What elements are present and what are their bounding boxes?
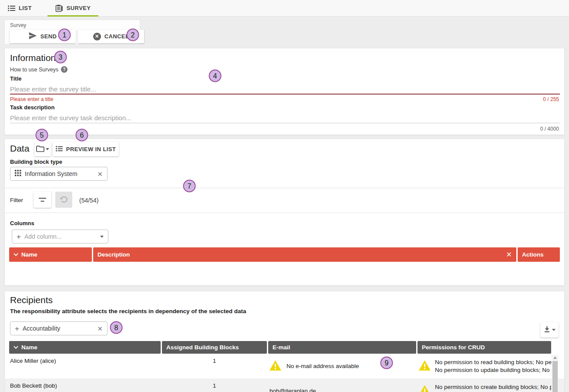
download-icon bbox=[544, 326, 550, 334]
annotation-marker-3: 3 bbox=[54, 51, 67, 64]
chevron-down-icon bbox=[46, 148, 49, 150]
cancel-icon: ✕ bbox=[93, 33, 101, 41]
remove-column-icon[interactable]: ✕ bbox=[506, 250, 512, 259]
data-table-header: Name Description ✕ Actions bbox=[5, 247, 564, 262]
sort-desc-icon bbox=[13, 346, 18, 349]
permission-line: No permission to read building blocks; N… bbox=[435, 358, 552, 366]
recipient-email: No e-mail address available bbox=[286, 363, 359, 369]
data-heading: Data bbox=[10, 143, 29, 154]
chevron-down-icon bbox=[100, 236, 104, 238]
recipient-email-cell: No e-mail address available bbox=[268, 354, 416, 378]
column-header-name-label: Name bbox=[21, 251, 37, 258]
tab-survey[interactable]: SURVEY bbox=[47, 0, 99, 16]
column-header-permissions-label: Permissions for CRUD bbox=[422, 344, 485, 351]
filter-label: Filter bbox=[10, 197, 23, 203]
recipients-table-header: Name Assigned Building Blocks E-mail Per… bbox=[5, 341, 564, 354]
tab-survey-label: SURVEY bbox=[67, 5, 91, 11]
title-counter: 0 / 255 bbox=[543, 96, 559, 102]
information-section: Information How to use Surveys ? Title P… bbox=[4, 48, 565, 135]
send-icon bbox=[29, 32, 37, 41]
column-header-permissions[interactable]: Permissions for CRUD bbox=[417, 341, 551, 354]
recipients-table-body: Alice Miller (alice) 1 No e-mail address… bbox=[5, 354, 564, 392]
title-error: Please enter a title bbox=[10, 96, 53, 102]
divider bbox=[5, 188, 564, 188]
clear-icon[interactable]: ✕ bbox=[97, 171, 103, 177]
column-header-email-label: E-mail bbox=[273, 344, 290, 351]
add-column-select[interactable]: + Add column... bbox=[12, 230, 108, 243]
add-icon: + bbox=[15, 325, 19, 332]
recipient-assigned-count: 1 bbox=[162, 378, 267, 392]
preview-in-list-button[interactable]: PREVIEW IN LIST bbox=[53, 142, 119, 156]
task-description-label: Task description bbox=[10, 104, 54, 111]
table-row[interactable]: Alice Miller (alice) 1 No e-mail address… bbox=[5, 354, 564, 378]
divider bbox=[5, 213, 564, 213]
saved-queries-button[interactable] bbox=[34, 142, 51, 156]
recipient-name: Bob Beckett (bob) bbox=[9, 378, 161, 392]
download-button[interactable] bbox=[540, 322, 559, 338]
column-header-actions[interactable]: Actions bbox=[518, 247, 560, 262]
help-link-label: How to use Surveys bbox=[10, 67, 58, 73]
undo-filter-button bbox=[55, 192, 72, 208]
warning-icon bbox=[269, 360, 281, 372]
recipients-heading: Recipients bbox=[10, 295, 53, 305]
scroll-up-icon[interactable] bbox=[553, 356, 557, 359]
help-link[interactable]: How to use Surveys ? bbox=[10, 66, 67, 73]
tab-bar: LIST SURVEY bbox=[0, 0, 569, 17]
annotation-marker-1: 1 bbox=[58, 29, 71, 41]
annotation-marker-8: 8 bbox=[110, 321, 123, 334]
recipient-assigned-count: 1 bbox=[162, 354, 267, 378]
survey-icon bbox=[55, 4, 63, 12]
warning-icon bbox=[419, 360, 431, 372]
list-icon bbox=[8, 5, 15, 11]
annotation-marker-6: 6 bbox=[76, 129, 88, 142]
building-block-type-label: Building block type bbox=[10, 159, 62, 165]
task-description-input[interactable] bbox=[10, 113, 560, 123]
preview-in-list-label: PREVIEW IN LIST bbox=[66, 146, 116, 152]
sort-desc-icon bbox=[13, 253, 18, 256]
chevron-down-icon bbox=[552, 329, 556, 331]
filter-count: (54/54) bbox=[79, 197, 98, 204]
recipients-subtitle: The responsibility attribute selects the… bbox=[10, 308, 246, 314]
undo-icon bbox=[60, 196, 67, 203]
column-header-name-label: Name bbox=[21, 344, 37, 351]
tab-list[interactable]: LIST bbox=[0, 0, 40, 16]
column-header-actions-label: Actions bbox=[522, 251, 544, 258]
recipient-name: Alice Miller (alice) bbox=[9, 354, 161, 378]
warning-icon bbox=[419, 385, 431, 392]
building-block-type-select[interactable]: Information System ✕ bbox=[10, 167, 108, 181]
vertical-scrollbar[interactable] bbox=[552, 355, 558, 392]
annotation-marker-7: 7 bbox=[183, 180, 196, 193]
filter-button[interactable] bbox=[34, 192, 51, 208]
title-input[interactable] bbox=[10, 84, 560, 95]
grid-icon bbox=[15, 170, 21, 178]
columns-label: Columns bbox=[10, 220, 34, 226]
add-icon: + bbox=[17, 233, 21, 240]
survey-toolbar: Survey SEND ✕ CANCEL bbox=[4, 20, 140, 44]
scrollbar-thumb[interactable] bbox=[552, 361, 558, 392]
column-header-assigned-building-blocks[interactable]: Assigned Building Blocks bbox=[162, 341, 267, 354]
column-header-name[interactable]: Name bbox=[9, 341, 161, 354]
table-row[interactable]: Bob Beckett (bob) 1 bob@iteraplan.de No … bbox=[5, 378, 564, 392]
information-heading: Information bbox=[10, 53, 56, 63]
title-label: Title bbox=[10, 75, 22, 82]
column-header-assigned-label: Assigned Building Blocks bbox=[166, 344, 239, 351]
annotation-marker-2: 2 bbox=[127, 29, 139, 41]
recipient-email-cell: bob@iteraplan.de bbox=[268, 378, 416, 392]
permission-line: No permission to update building blocks;… bbox=[435, 366, 552, 374]
recipients-section: Recipients The responsibility attribute … bbox=[4, 291, 565, 392]
clear-icon[interactable]: ✕ bbox=[97, 325, 103, 332]
list-icon bbox=[56, 146, 63, 153]
help-icon[interactable]: ? bbox=[61, 66, 67, 73]
column-header-description[interactable]: Description ✕ bbox=[93, 247, 516, 262]
building-block-type-value: Information System bbox=[25, 170, 94, 177]
responsibility-attribute-select[interactable]: + Accountability ✕ bbox=[10, 321, 108, 335]
column-header-name[interactable]: Name bbox=[9, 247, 92, 262]
column-header-description-label: Description bbox=[98, 251, 130, 258]
recipient-email: bob@iteraplan.de bbox=[269, 388, 316, 392]
recipient-permissions-cell: No permission to create building blocks;… bbox=[417, 378, 552, 392]
survey-toolbar-label: Survey bbox=[10, 22, 26, 28]
column-header-email[interactable]: E-mail bbox=[268, 341, 416, 354]
data-section: Data PREVIEW IN LIST Building block type… bbox=[4, 139, 565, 286]
responsibility-attribute-value: Accountability bbox=[23, 325, 94, 332]
annotation-marker-4: 4 bbox=[209, 70, 222, 82]
